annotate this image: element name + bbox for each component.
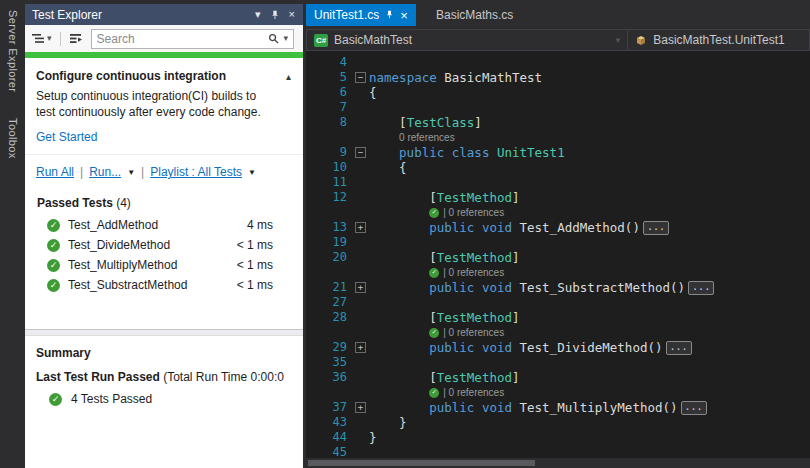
- test-row[interactable]: ✓Test_AddMethod4 ms: [25, 215, 303, 235]
- pass-icon: ✓: [47, 239, 60, 252]
- project-dropdown[interactable]: C# BasicMathTest ▾: [307, 30, 628, 50]
- line-number: 5: [306, 70, 352, 85]
- line-number: 29: [306, 340, 352, 355]
- summary-splitter[interactable]: [25, 329, 303, 336]
- line-number: 21: [306, 280, 352, 295]
- codelens-line: ✓| 0 references: [306, 205, 810, 220]
- test-list: ✓Test_AddMethod4 ms✓Test_DivideMethod< 1…: [25, 215, 303, 295]
- type-dropdown[interactable]: BasicMathTest.UnitTest1: [628, 30, 809, 50]
- test-row[interactable]: ✓Test_DivideMethod< 1 ms: [25, 235, 303, 255]
- fold-marker: +: [352, 342, 369, 353]
- code-line: 19: [306, 235, 810, 250]
- code-line: 20[TestMethod]: [306, 250, 810, 265]
- reference-count[interactable]: | 0 references: [443, 325, 504, 340]
- expand-region-icon[interactable]: +: [355, 222, 366, 233]
- codelens-line: ✓| 0 references: [306, 325, 810, 340]
- close-icon[interactable]: ×: [400, 9, 408, 22]
- code-line: 8[TestClass]: [306, 115, 810, 130]
- code-token: TestClass: [407, 115, 475, 130]
- code-line: 9−public class UnitTest1: [306, 145, 810, 160]
- playlist-button[interactable]: [69, 33, 82, 45]
- run-menu-link[interactable]: Run...: [89, 165, 121, 179]
- editor-group: UnitTest1.cs × BasicMaths.cs C# BasicMat…: [306, 4, 810, 468]
- tab-basicmaths[interactable]: BasicMaths.cs: [428, 4, 521, 26]
- tab-unittest1[interactable]: UnitTest1.cs ×: [306, 4, 416, 26]
- collapsed-region-box[interactable]: ...: [688, 281, 714, 295]
- horizontal-scrollbar[interactable]: [306, 458, 810, 468]
- codelens-line: ✓| 0 references: [306, 385, 810, 400]
- code-token: public void: [429, 280, 519, 295]
- code-line: 4: [306, 55, 810, 70]
- window-menu-icon[interactable]: ▾: [255, 9, 261, 20]
- code-line: 6{: [306, 85, 810, 100]
- collapsed-region-box[interactable]: ...: [666, 341, 692, 355]
- code-token: public class: [399, 145, 497, 160]
- close-icon[interactable]: ×: [289, 9, 295, 20]
- line-content: {: [369, 85, 810, 100]
- expand-region-icon[interactable]: +: [355, 342, 366, 353]
- code-line: 21+public void Test_SubstractMethod()...: [306, 280, 810, 295]
- scrollbar-thumb[interactable]: [308, 460, 535, 466]
- line-content: public class UnitTest1: [369, 145, 810, 160]
- collapsed-region-box[interactable]: ...: [643, 221, 669, 235]
- line-content: {: [369, 160, 810, 175]
- code-token: {: [399, 160, 407, 175]
- collapse-section-icon[interactable]: ▴: [286, 71, 291, 82]
- code-line: 35: [306, 355, 810, 370]
- panel-title: Test Explorer: [32, 8, 255, 22]
- pin-icon[interactable]: [385, 8, 394, 22]
- pass-icon: ✓: [429, 268, 439, 278]
- test-name: Test_DivideMethod: [68, 238, 229, 252]
- search-input[interactable]: [97, 32, 269, 46]
- line-content: namespace BasicMathTest: [369, 70, 810, 85]
- line-number: 12: [306, 190, 352, 205]
- code-token: TestMethod: [437, 310, 512, 325]
- collapsed-region-box[interactable]: ...: [681, 401, 707, 415]
- expand-region-icon[interactable]: +: [355, 402, 366, 413]
- collapse-region-icon[interactable]: −: [355, 147, 366, 158]
- passed-tests-header[interactable]: Passed Tests (4): [25, 179, 303, 215]
- collapse-region-icon[interactable]: −: [355, 72, 366, 83]
- fold-marker: −: [352, 72, 369, 83]
- code-line: 13+public void Test_AddMethod()...: [306, 220, 810, 235]
- search-options-icon[interactable]: ▾: [283, 34, 288, 43]
- reference-count[interactable]: | 0 references: [443, 265, 504, 280]
- toolbar-separator: [60, 32, 61, 46]
- pass-icon: ✓: [429, 388, 439, 398]
- reference-count[interactable]: 0 references: [399, 130, 455, 145]
- test-name: Test_SubstractMethod: [68, 278, 229, 292]
- search-box-icons: ▾: [268, 33, 288, 44]
- playlist-link[interactable]: Playlist : All Tests: [150, 165, 242, 179]
- reference-count[interactable]: | 0 references: [443, 205, 504, 220]
- side-tab-server-explorer[interactable]: Server Explorer: [7, 10, 19, 92]
- code-line: 5−namespace BasicMathTest: [306, 70, 810, 85]
- run-menu-caret-icon[interactable]: ▼: [127, 168, 135, 177]
- separator: |: [141, 165, 144, 179]
- line-number: 20: [306, 250, 352, 265]
- test-name: Test_MultiplyMethod: [68, 258, 229, 272]
- expand-region-icon[interactable]: +: [355, 282, 366, 293]
- run-toolbar: Run All | Run... ▼ | Playlist : All Test…: [25, 155, 303, 179]
- get-started-link[interactable]: Get Started: [36, 130, 97, 144]
- line-content: public void Test_SubstractMethod()...: [369, 280, 810, 295]
- code-area[interactable]: 45−namespace BasicMathTest6{78[TestClass…: [306, 51, 810, 458]
- test-row[interactable]: ✓Test_SubstractMethod< 1 ms: [25, 275, 303, 295]
- side-tab-toolbox[interactable]: Toolbox: [7, 118, 19, 159]
- test-explorer-toolbar: ▾ ▾: [25, 25, 303, 52]
- reference-count[interactable]: | 0 references: [443, 385, 504, 400]
- playlist-caret-icon[interactable]: ▼: [248, 168, 256, 177]
- ci-description: Setup continuous integration(CI) builds …: [36, 88, 291, 120]
- pin-icon[interactable]: [270, 10, 280, 20]
- last-run-status: Last Test Run Passed (Total Run Time 0:0…: [36, 370, 293, 384]
- document-tabbar: UnitTest1.cs × BasicMaths.cs: [306, 4, 810, 29]
- pass-icon: ✓: [49, 393, 62, 406]
- line-number: 28: [306, 310, 352, 325]
- code-token: {: [369, 85, 377, 100]
- playlist-icon: [69, 33, 82, 45]
- search-icon[interactable]: [268, 33, 279, 44]
- code-token: ]: [512, 370, 520, 385]
- group-by-button[interactable]: ▾: [32, 33, 52, 45]
- pass-icon: ✓: [47, 279, 60, 292]
- test-row[interactable]: ✓Test_MultiplyMethod< 1 ms: [25, 255, 303, 275]
- run-all-link[interactable]: Run All: [36, 165, 74, 179]
